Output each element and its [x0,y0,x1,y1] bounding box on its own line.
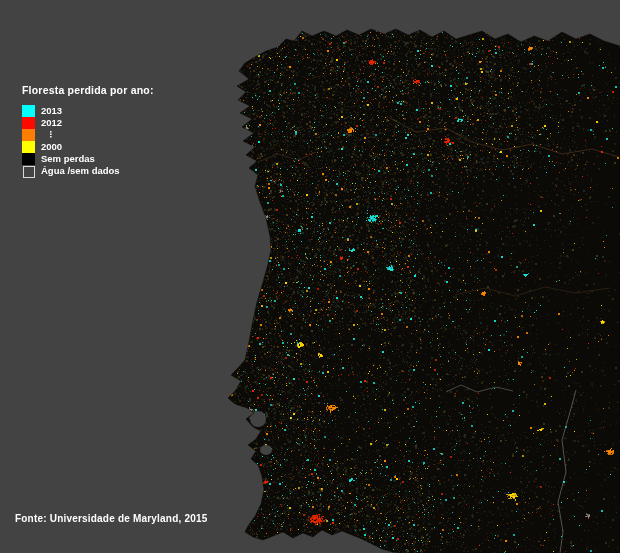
legend-item-no-loss: Sem perdas [22,153,154,165]
legend-label-year-2012: 2012 [41,117,62,129]
legend-swatch-intermediate-years [22,129,35,141]
legend-items: 20132012⋮2000Sem perdasÁgua /sem dados [22,105,154,177]
legend-label-no-loss: Sem perdas [41,153,95,165]
legend-swatch-year-2013 [22,105,35,117]
forest-loss-infographic: Floresta perdida por ano: 20132012⋮2000S… [0,0,620,553]
legend-item-year-2012: 2012 [22,117,154,129]
legend-item-year-2000: 2000 [22,141,154,153]
source-attribution: Fonte: Universidade de Maryland, 2015 [15,513,207,524]
iberia-forest-loss-map [0,0,620,553]
legend-swatch-year-2012 [22,117,35,129]
legend-title: Floresta perdida por ano: [22,84,154,96]
legend-swatch-year-2000 [22,141,35,153]
legend: Floresta perdida por ano: 20132012⋮2000S… [22,84,154,177]
legend-swatch-water-no-data-outline-icon [23,166,35,178]
legend-item-year-2013: 2013 [22,105,154,117]
legend-item-intermediate-years: ⋮ [22,129,154,141]
legend-label-water-no-data: Água /sem dados [41,165,120,177]
legend-label-year-2013: 2013 [41,105,62,117]
legend-label-year-2000: 2000 [41,141,62,153]
legend-label-intermediate-years: ⋮ [41,131,55,139]
legend-item-water-no-data: Água /sem dados [22,165,154,177]
legend-swatch-no-loss [22,153,35,165]
